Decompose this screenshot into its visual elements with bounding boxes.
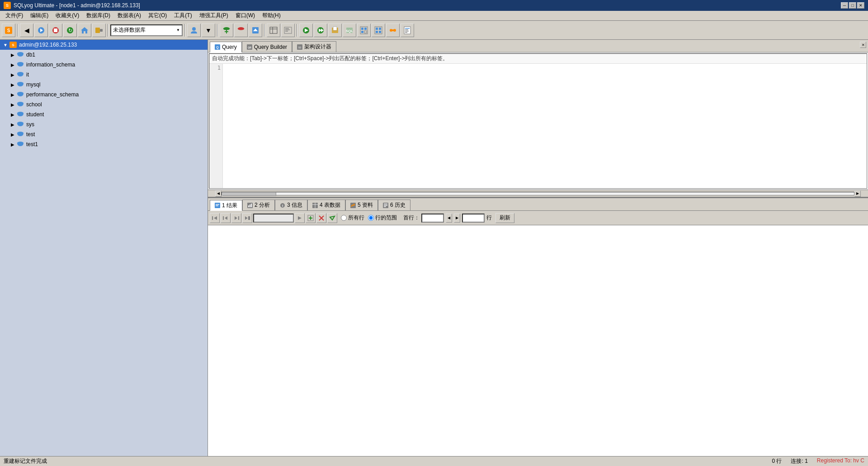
delete-row-button[interactable] bbox=[316, 213, 326, 223]
add-db-button[interactable] bbox=[220, 24, 233, 37]
scheduler-button[interactable] bbox=[372, 24, 385, 37]
query-editor[interactable]: 自动完成功能：[Tab]->下一标签；[Ctrl+Space]->列出匹配的标签… bbox=[209, 53, 867, 189]
code-editor[interactable] bbox=[223, 64, 867, 188]
menu-favorites[interactable]: 收藏夹(V) bbox=[52, 11, 83, 20]
result-first-button[interactable] bbox=[210, 213, 220, 223]
add-row-button[interactable] bbox=[306, 213, 316, 223]
row-next-button[interactable]: ▶ bbox=[454, 214, 460, 223]
result-tab-2-label: 2 分析 bbox=[255, 201, 270, 209]
menu-other[interactable]: 其它(O) bbox=[145, 11, 170, 20]
db-item-performance_schema[interactable]: ▶ performance_schema bbox=[0, 90, 208, 100]
school-expand[interactable]: ▶ bbox=[9, 101, 16, 108]
server-expand[interactable]: ▼ bbox=[2, 41, 9, 48]
perf-expand[interactable]: ▶ bbox=[9, 91, 16, 98]
svg-rect-74 bbox=[248, 205, 249, 207]
menu-help[interactable]: 帮助(H) bbox=[259, 11, 284, 20]
sys-expand[interactable]: ▶ bbox=[9, 121, 16, 128]
maximize-button[interactable]: □ bbox=[849, 2, 856, 9]
info-expand[interactable]: ▶ bbox=[9, 61, 16, 68]
forward-button[interactable] bbox=[34, 24, 48, 37]
connect-button[interactable] bbox=[92, 24, 106, 37]
export-button[interactable] bbox=[328, 24, 342, 37]
save-row-button[interactable] bbox=[327, 213, 337, 223]
result-tab-data[interactable]: 5 资料 bbox=[345, 200, 378, 210]
radio-row-range[interactable]: 行的范围 bbox=[368, 214, 397, 222]
filter-go-button[interactable] bbox=[295, 213, 305, 223]
menu-tools[interactable]: 工具(T) bbox=[170, 11, 195, 20]
svg-rect-23 bbox=[285, 29, 290, 30]
scroll-thumb[interactable] bbox=[222, 192, 276, 196]
result-refresh-button[interactable]: 刷新 bbox=[495, 213, 514, 223]
new-connection-button[interactable]: S bbox=[2, 24, 15, 37]
result-next-button[interactable] bbox=[231, 213, 241, 223]
scroll-right-button[interactable]: ▶ bbox=[854, 190, 861, 197]
menu-table[interactable]: 数据表(A) bbox=[114, 11, 145, 20]
user-dropdown[interactable]: ▼ bbox=[202, 24, 215, 37]
database-selector[interactable]: 未选择数据库 ▼ bbox=[110, 24, 183, 36]
menu-edit[interactable]: 编辑(E) bbox=[27, 11, 52, 20]
test-expand[interactable]: ▶ bbox=[9, 131, 16, 138]
result-tab-tabledata[interactable]: 4 表数据 bbox=[307, 200, 345, 210]
it-expand[interactable]: ▶ bbox=[9, 71, 16, 78]
notify-button[interactable] bbox=[386, 24, 400, 37]
table-button[interactable] bbox=[267, 24, 280, 37]
execute-button[interactable] bbox=[281, 24, 295, 37]
result-tab-results[interactable]: 1 结果 bbox=[210, 200, 242, 211]
mysql-expand[interactable]: ▶ bbox=[9, 81, 16, 88]
student-expand[interactable]: ▶ bbox=[9, 111, 16, 118]
db-item-test[interactable]: ▶ test bbox=[0, 129, 208, 139]
menu-database[interactable]: 数据库(D) bbox=[83, 11, 114, 20]
result-last-button[interactable] bbox=[242, 213, 252, 223]
scroll-track[interactable] bbox=[222, 192, 854, 195]
menu-window[interactable]: 窗口(W) bbox=[232, 11, 259, 20]
import-button[interactable] bbox=[249, 24, 262, 37]
remove-db-button[interactable] bbox=[234, 24, 248, 37]
db-item-db1[interactable]: ▶ db1 bbox=[0, 50, 208, 60]
run-all-button[interactable] bbox=[314, 24, 327, 37]
tab-query-builder[interactable]: QB Query Builder bbox=[242, 41, 292, 52]
row-filter-group: 所有行 行的范围 bbox=[341, 214, 397, 222]
db-item-sys[interactable]: ▶ sys bbox=[0, 119, 208, 129]
db-item-information_schema[interactable]: ▶ information_schema bbox=[0, 60, 208, 70]
db-item-test1[interactable]: ▶ test1 bbox=[0, 139, 208, 149]
test1-expand[interactable]: ▶ bbox=[9, 141, 16, 148]
db-item-student[interactable]: ▶ student bbox=[0, 109, 208, 119]
close-button[interactable]: ✕ bbox=[857, 2, 864, 9]
db-item-it[interactable]: ▶ it bbox=[0, 70, 208, 80]
stop-button[interactable] bbox=[49, 24, 62, 37]
row-total-input[interactable] bbox=[462, 214, 485, 223]
back-button[interactable]: ◀ bbox=[20, 24, 33, 37]
result-tab-info[interactable]: i 3 信息 bbox=[275, 200, 307, 210]
filter-input[interactable] bbox=[253, 214, 294, 223]
home-button[interactable] bbox=[78, 24, 91, 37]
db1-expand[interactable]: ▶ bbox=[9, 51, 16, 58]
result-tab-history[interactable]: 6 历史 bbox=[378, 200, 410, 210]
db-item-school[interactable]: ▶ school bbox=[0, 100, 208, 109]
user-button[interactable] bbox=[187, 24, 201, 37]
tab-close-button[interactable]: ✕ bbox=[860, 42, 866, 48]
minimize-button[interactable]: ─ bbox=[841, 2, 848, 9]
title-controls[interactable]: ─ □ ✕ bbox=[841, 2, 864, 9]
radio-range-input[interactable] bbox=[368, 215, 374, 221]
horizontal-scrollbar[interactable]: ◀ ▶ bbox=[208, 190, 868, 197]
sidebar: ▼ S admin@192.168.25.133 ▶ db1 ▶ informa… bbox=[0, 40, 208, 456]
refresh-button[interactable]: ↻ bbox=[63, 24, 77, 37]
result-tab-analysis[interactable]: 2 分析 bbox=[242, 200, 275, 210]
menu-file[interactable]: 文件(F) bbox=[2, 11, 27, 20]
tab-query[interactable]: Q Query bbox=[210, 42, 242, 52]
scroll-left-button[interactable]: ◀ bbox=[215, 190, 222, 197]
settings-button[interactable] bbox=[357, 24, 371, 37]
server-node[interactable]: ▼ S admin@192.168.25.133 bbox=[0, 40, 208, 50]
svg-rect-31 bbox=[333, 27, 337, 30]
first-row-input[interactable] bbox=[421, 214, 444, 223]
radio-all-input[interactable] bbox=[341, 215, 347, 221]
run-query-button[interactable] bbox=[299, 24, 313, 37]
tab-schema-designer[interactable]: SD 架构设计器 bbox=[292, 41, 336, 52]
row-prev-button[interactable]: ◀ bbox=[446, 214, 452, 223]
report-button[interactable] bbox=[401, 24, 414, 37]
import-sql-button[interactable]: SQL bbox=[343, 24, 356, 37]
radio-all-rows[interactable]: 所有行 bbox=[341, 214, 364, 222]
result-prev-button[interactable] bbox=[221, 213, 231, 223]
menu-advanced[interactable]: 增强工具(P) bbox=[196, 11, 232, 20]
db-item-mysql[interactable]: ▶ mysql bbox=[0, 80, 208, 90]
